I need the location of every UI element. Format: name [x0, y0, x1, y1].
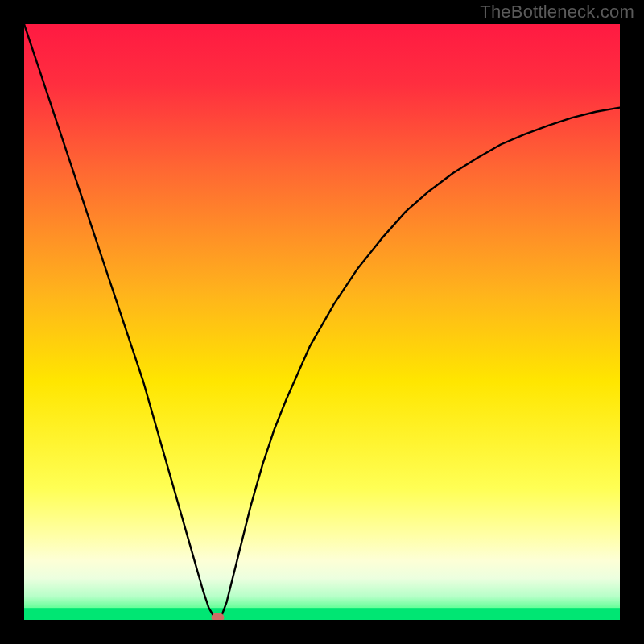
- bottleneck-curve-chart: [24, 24, 620, 620]
- light-green-band: [24, 555, 620, 609]
- green-band: [24, 608, 620, 620]
- gradient-background: [24, 24, 620, 620]
- chart-frame: TheBottleneck.com: [0, 0, 644, 644]
- plot-area: [24, 24, 620, 620]
- watermark-text: TheBottleneck.com: [480, 2, 634, 23]
